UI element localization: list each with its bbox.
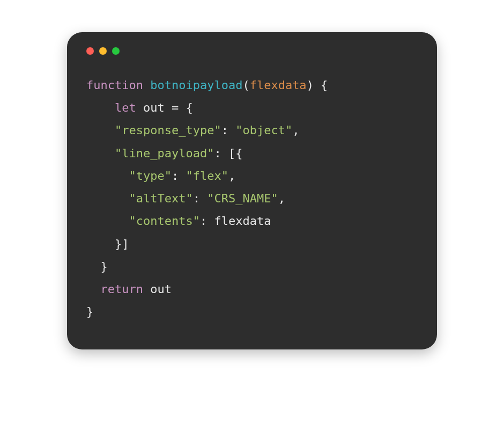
val-object: "object" (235, 123, 292, 137)
key-alttext: "altText" (129, 192, 192, 205)
window-titlebar (86, 47, 418, 55)
paren-close-brace: ) { (307, 78, 328, 92)
key-line-payload: "line_payload" (115, 147, 214, 160)
arr-close: }] (86, 237, 129, 251)
minimize-icon[interactable] (99, 47, 107, 55)
ident-out: out (143, 282, 172, 296)
maximize-icon[interactable] (112, 47, 120, 55)
keyword-function: function (86, 78, 143, 92)
val-flex: "flex" (186, 169, 228, 183)
keyword-let: let (115, 101, 136, 114)
indent (86, 214, 129, 228)
indent (86, 101, 115, 114)
indent (86, 192, 129, 205)
brace-close-outer: } (86, 305, 93, 318)
param-flexdata: flexdata (250, 78, 307, 92)
indent-ret (86, 282, 101, 296)
colon: : (172, 169, 186, 183)
comma: , (278, 192, 285, 205)
out-eq: out = { (136, 101, 193, 114)
comma: , (228, 169, 235, 183)
close-icon[interactable] (86, 47, 94, 55)
colon: : (221, 123, 236, 137)
function-name: botnoipayload (150, 78, 242, 92)
keyword-return: return (101, 282, 143, 296)
val-crs: "CRS_NAME" (207, 192, 278, 205)
colon: : (200, 214, 214, 228)
indent (86, 123, 115, 137)
colon: : (193, 192, 207, 205)
key-type: "type" (129, 169, 171, 183)
key-contents: "contents" (129, 214, 199, 228)
key-response-type: "response_type" (115, 123, 221, 137)
brace-close-inner: } (86, 260, 108, 273)
comma: , (292, 123, 299, 137)
space (143, 78, 150, 92)
code-block: function botnoipayload(flexdata) { let o… (86, 74, 418, 324)
paren-open: ( (242, 78, 249, 92)
ident-flexdata: flexdata (214, 214, 271, 228)
indent (86, 169, 129, 183)
arr-open: : [{ (214, 147, 242, 160)
indent (86, 147, 115, 160)
code-window: function botnoipayload(flexdata) { let o… (67, 32, 437, 349)
